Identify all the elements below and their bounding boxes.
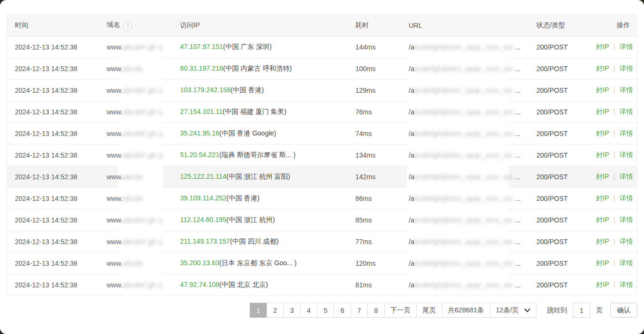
ip-link[interactable]: 35.241.95.16 xyxy=(180,129,219,137)
ip-link[interactable]: 112.124.60.195 xyxy=(180,216,226,223)
ip-link[interactable]: 47.107.97.151 xyxy=(180,43,223,50)
detail-link[interactable]: 详情 xyxy=(620,194,633,202)
detail-link[interactable]: 详情 xyxy=(620,64,633,72)
domain-prefix: www. xyxy=(107,43,122,51)
row-timestamp: 2024-12-13 14:52:38 xyxy=(15,260,77,267)
cell-status: 200/POST xyxy=(529,80,588,101)
column-header-action-label: 操作 xyxy=(617,21,630,29)
cell-time: 2024-12-13 14:52:38 xyxy=(7,166,99,188)
url-redacted-text: bcdefghijklmn_opqr_stuv_wx xyxy=(414,65,513,73)
help-icon[interactable]: ? xyxy=(123,22,132,31)
block-ip-link[interactable]: 封IP xyxy=(596,194,609,202)
ip-link[interactable]: 211.149.173.157 xyxy=(180,237,230,245)
url-redacted-text: bcdefghijklmn_opqr_stuv_wx xyxy=(414,130,513,137)
block-ip-link[interactable]: 封IP xyxy=(596,216,609,223)
detail-link[interactable]: 详情 xyxy=(620,86,633,94)
cell-time: 2024-12-13 14:52:38 xyxy=(7,231,99,253)
url-redacted-text: bcdefghijklmn_opqr_stuv_wx xyxy=(414,195,513,202)
detail-link[interactable]: 详情 xyxy=(620,216,633,223)
page-button-7[interactable]: 7 xyxy=(351,303,368,318)
action-separator: | xyxy=(613,237,615,245)
detail-link[interactable]: 详情 xyxy=(620,259,633,267)
url-ellipsis: ... xyxy=(513,173,521,181)
ip-link[interactable]: 47.92.74.108 xyxy=(180,281,219,288)
block-ip-link[interactable]: 封IP xyxy=(596,237,609,245)
page-button-3[interactable]: 3 xyxy=(283,303,301,318)
table-row: 2024-12-13 14:52:38 www.abcdef.gh.ij 27.… xyxy=(7,101,638,123)
confirm-button[interactable]: 确认 xyxy=(610,303,637,318)
action-separator: | xyxy=(613,129,615,137)
ip-link[interactable]: 125.122.21.114 xyxy=(180,173,226,180)
row-timestamp: 2024-12-13 14:52:38 xyxy=(15,108,77,116)
status-value: 200/POST xyxy=(536,87,568,94)
duration-value: 144ms xyxy=(355,43,376,51)
page-size-select[interactable]: 12条/页 xyxy=(490,303,536,318)
block-ip-link[interactable]: 封IP xyxy=(596,108,609,115)
duration-value: 134ms xyxy=(355,151,376,159)
page-button-4[interactable]: 4 xyxy=(300,303,317,318)
url-prefix: /a xyxy=(409,108,414,116)
ip-link[interactable]: 103.179.242.158 xyxy=(180,86,231,94)
table-header: 时间 域名? 访问IP 耗时 URL 状态/类型 操作 xyxy=(7,15,638,37)
cell-time: 2024-12-13 14:52:38 xyxy=(7,37,99,58)
cell-status: 200/POST xyxy=(529,58,588,80)
table-row: 2024-12-13 14:52:38 www.abcdef.gh.ij 103… xyxy=(7,80,638,101)
chevron-down-icon xyxy=(524,309,530,312)
detail-link[interactable]: 详情 xyxy=(620,173,633,180)
block-ip-link[interactable]: 封IP xyxy=(596,259,609,267)
ip-link[interactable]: 35.200.13.63 xyxy=(180,259,219,267)
next-page-button[interactable]: 下一页 xyxy=(384,303,417,318)
page-button-2[interactable]: 2 xyxy=(267,303,284,318)
row-timestamp: 2024-12-13 14:52:38 xyxy=(15,65,77,73)
detail-link[interactable]: 详情 xyxy=(620,108,633,115)
table-row: 2024-12-13 14:52:38 www.abcdef.gh.ij 51.… xyxy=(7,145,638,166)
block-ip-link[interactable]: 封IP xyxy=(596,281,609,288)
detail-link[interactable]: 详情 xyxy=(620,237,633,245)
url-prefix: /a xyxy=(409,43,414,51)
block-ip-link[interactable]: 封IP xyxy=(596,86,609,94)
page-button-1[interactable]: 1 xyxy=(250,303,267,318)
ip-link[interactable]: 39.109.114.252 xyxy=(180,194,226,202)
page-button-5[interactable]: 5 xyxy=(317,303,334,318)
table-row: 2024-12-13 14:52:38 www.abcde 60.31.197.… xyxy=(7,58,638,80)
last-page-button[interactable]: 尾页 xyxy=(416,303,442,318)
action-separator: | xyxy=(613,281,615,288)
url-redacted-text: bcdefghijklmn_opqr_stuv_wx xyxy=(414,281,513,289)
cell-status: 200/POST xyxy=(529,188,588,210)
url-ellipsis: ... xyxy=(513,108,521,116)
block-ip-link[interactable]: 封IP xyxy=(596,43,609,50)
page-button-6[interactable]: 6 xyxy=(334,303,351,318)
url-prefix: /a xyxy=(409,151,414,159)
cell-status: 200/POST xyxy=(529,123,588,145)
cell-actions: 封IP|详情 xyxy=(588,80,638,101)
jump-page-input[interactable] xyxy=(573,303,590,318)
detail-link[interactable]: 详情 xyxy=(620,129,633,137)
ip-location: (日本 东京都 东京 Goo... ) xyxy=(219,259,297,267)
ip-link[interactable]: 27.154.101.11 xyxy=(180,108,223,115)
pager-group: 12345678下一页尾页共628681条12条/页 xyxy=(250,303,536,318)
detail-link[interactable]: 详情 xyxy=(620,281,633,288)
block-ip-link[interactable]: 封IP xyxy=(596,151,609,159)
domain-redacted-text: abcdef.gh.ij xyxy=(122,130,163,137)
cell-duration: 77ms xyxy=(348,231,401,253)
page-button-8[interactable]: 8 xyxy=(367,303,385,318)
cell-actions: 封IP|详情 xyxy=(588,37,638,58)
cell-ip: 60.31.197.218(中国 内蒙古 呼和浩特) xyxy=(172,58,348,80)
cell-status: 200/POST xyxy=(529,37,588,58)
ip-link[interactable]: 51.20.54.221 xyxy=(180,151,219,159)
domain-prefix: www. xyxy=(107,195,122,202)
row-timestamp: 2024-12-13 14:52:38 xyxy=(15,87,77,94)
column-header-status-label: 状态/类型 xyxy=(536,21,565,29)
ip-link[interactable]: 60.31.197.218 xyxy=(180,64,223,72)
cell-actions: 封IP|详情 xyxy=(588,58,638,80)
ip-location: (中国 内蒙古 呼和浩特) xyxy=(223,64,292,72)
url-prefix: /a xyxy=(409,238,414,246)
cell-duration: 120ms xyxy=(348,253,401,274)
detail-link[interactable]: 详情 xyxy=(620,151,633,159)
block-ip-link[interactable]: 封IP xyxy=(596,129,609,137)
cell-time: 2024-12-13 14:52:38 xyxy=(7,58,99,80)
block-ip-link[interactable]: 封IP xyxy=(596,173,609,180)
detail-link[interactable]: 详情 xyxy=(620,43,633,50)
block-ip-link[interactable]: 封IP xyxy=(596,64,609,72)
domain-prefix: www. xyxy=(107,151,122,159)
